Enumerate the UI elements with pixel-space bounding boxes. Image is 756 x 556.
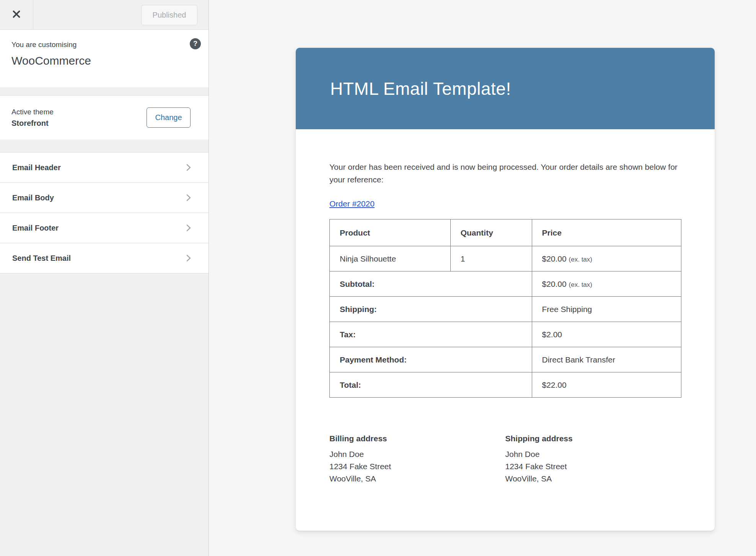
customizing-panel: ? You are customising WooCommerce <box>0 30 209 87</box>
published-button[interactable]: Published <box>141 5 197 25</box>
chevron-right-icon <box>183 193 193 203</box>
menu-item-label: Send Test Email <box>12 254 71 263</box>
menu-item-email-footer[interactable]: Email Footer <box>0 213 209 243</box>
billing-address-block: Billing address John Doe 1234 Fake Stree… <box>329 434 505 485</box>
active-theme-panel: Active theme Storefront Change <box>0 95 209 140</box>
price-tax-note: (ex. tax) <box>569 256 592 263</box>
customizer-sidebar: Published ? You are customising WooComme… <box>0 0 209 556</box>
summary-value: $22.00 <box>542 380 567 389</box>
summary-label: Total: <box>330 372 532 398</box>
active-theme-text: Active theme Storefront <box>11 108 54 128</box>
summary-value-cell: $22.00 <box>532 372 681 398</box>
email-title: HTML Email Template! <box>330 78 511 99</box>
change-theme-button[interactable]: Change <box>147 107 191 128</box>
product-price-cell: $20.00 (ex. tax) <box>532 246 681 271</box>
product-row: Ninja Silhouette 1 $20.00 (ex. tax) <box>330 246 681 271</box>
customizer-menu: Email Header Email Body Email Footer Sen… <box>0 152 209 273</box>
order-link-line: Order #2020 <box>329 197 681 210</box>
summary-label: Shipping: <box>330 297 532 322</box>
email-header: HTML Email Template! <box>296 48 715 129</box>
price-tax-note: (ex. tax) <box>569 281 592 288</box>
shipping-address-heading: Shipping address <box>505 434 681 443</box>
product-name-cell: Ninja Silhouette <box>330 246 451 271</box>
summary-value: Direct Bank Transfer <box>542 355 615 364</box>
order-number-link[interactable]: Order #2020 <box>329 199 375 208</box>
email-card: HTML Email Template! Your order has been… <box>296 48 715 531</box>
column-header-quantity: Quantity <box>450 219 532 246</box>
chevron-right-icon <box>183 253 193 263</box>
chevron-right-icon <box>183 163 193 172</box>
email-body: Your order has been received and is now … <box>296 161 715 485</box>
summary-row-tax: Tax: $2.00 <box>330 322 681 347</box>
summary-value-cell: Direct Bank Transfer <box>532 347 681 372</box>
help-icon: ? <box>193 40 197 48</box>
summary-row-subtotal: Subtotal: $20.00 (ex. tax) <box>330 271 681 297</box>
column-header-product: Product <box>330 219 451 246</box>
product-quantity-cell: 1 <box>450 246 532 271</box>
summary-label: Subtotal: <box>330 271 532 297</box>
menu-item-email-body[interactable]: Email Body <box>0 183 209 213</box>
summary-row-shipping: Shipping: Free Shipping <box>330 297 681 322</box>
summary-row-total: Total: $22.00 <box>330 372 681 398</box>
price-value: $20.00 <box>542 254 567 263</box>
menu-item-email-header[interactable]: Email Header <box>0 153 209 183</box>
address-line: John Doe <box>329 448 505 460</box>
summary-value: $20.00 <box>542 280 567 288</box>
customizer-topbar: Published <box>0 0 209 30</box>
close-icon <box>11 9 21 20</box>
address-line: John Doe <box>505 448 681 460</box>
customizing-preamble: You are customising <box>11 41 197 49</box>
table-header-row: Product Quantity Price <box>330 219 681 246</box>
active-theme-label: Active theme <box>11 108 54 116</box>
order-details-table: Product Quantity Price Ninja Silhouette … <box>329 219 681 398</box>
addresses-section: Billing address John Doe 1234 Fake Stree… <box>329 434 681 485</box>
summary-row-payment-method: Payment Method: Direct Bank Transfer <box>330 347 681 372</box>
summary-label: Payment Method: <box>330 347 532 372</box>
menu-item-send-test-email[interactable]: Send Test Email <box>0 243 209 273</box>
address-line: WooVille, SA <box>505 473 681 485</box>
summary-value-cell: Free Shipping <box>532 297 681 322</box>
column-header-price: Price <box>532 219 681 246</box>
email-intro-text: Your order has been received and is now … <box>329 161 681 186</box>
help-button[interactable]: ? <box>190 38 201 49</box>
chevron-right-icon <box>183 223 193 233</box>
address-line: 1234 Fake Street <box>505 460 681 473</box>
summary-value-cell: $20.00 (ex. tax) <box>532 271 681 297</box>
summary-value: $2.00 <box>542 330 562 339</box>
customizing-target-title: WooCommerce <box>11 54 197 67</box>
summary-value-cell: $2.00 <box>532 322 681 347</box>
menu-item-label: Email Header <box>12 163 61 172</box>
email-preview-pane: HTML Email Template! Your order has been… <box>209 0 756 556</box>
summary-value: Free Shipping <box>542 305 592 314</box>
address-line: WooVille, SA <box>329 473 505 485</box>
menu-item-label: Email Body <box>12 193 54 202</box>
address-line: 1234 Fake Street <box>329 460 505 473</box>
summary-label: Tax: <box>330 322 532 347</box>
menu-item-label: Email Footer <box>12 224 59 232</box>
shipping-address-block: Shipping address John Doe 1234 Fake Stre… <box>505 434 681 485</box>
close-customizer-button[interactable] <box>0 0 33 29</box>
active-theme-name: Storefront <box>11 119 54 128</box>
billing-address-heading: Billing address <box>329 434 505 443</box>
